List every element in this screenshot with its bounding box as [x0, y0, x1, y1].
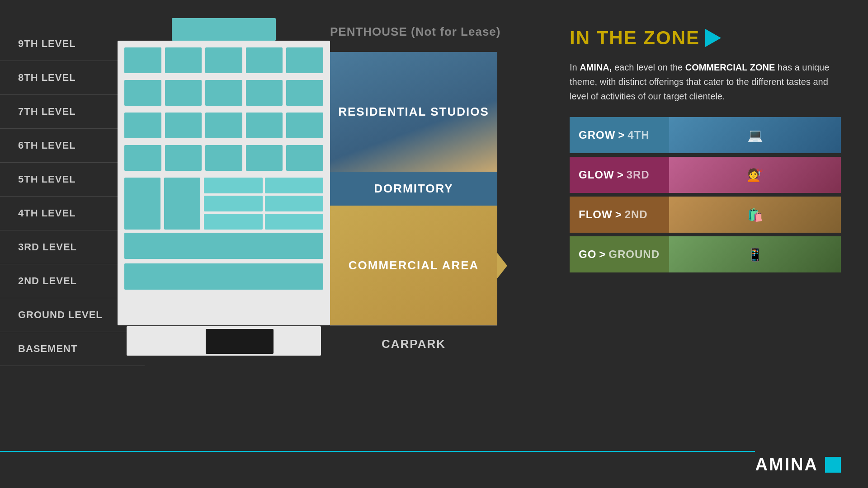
level-label-7th: 7TH LEVEL — [18, 106, 76, 117]
glow-name: GLOW — [579, 169, 614, 181]
penthouse-section: PENTHOUSE (Not for Lease) — [330, 25, 501, 39]
level-label-4th: 4TH LEVEL — [18, 207, 76, 219]
window — [165, 47, 202, 73]
window — [205, 145, 242, 171]
dormitory-label: DORMITORY — [374, 182, 453, 196]
carpark-zone-block: CARPARK — [330, 325, 497, 361]
window-4th-1 — [124, 178, 160, 230]
window-sm — [265, 196, 324, 211]
flow-arrow: > — [615, 208, 622, 221]
level-label-6th: 6TH LEVEL — [18, 140, 76, 151]
window — [205, 113, 242, 138]
window-sm — [204, 214, 263, 230]
in-the-zone-title: IN THE ZONE — [570, 27, 700, 49]
building-body — [118, 41, 330, 325]
go-arrow: > — [599, 248, 606, 261]
window — [246, 113, 283, 138]
building-penthouse-bar — [172, 18, 276, 41]
flow-card-image: 🛍️ — [669, 197, 841, 233]
window — [286, 145, 323, 171]
bottom-teal-line — [0, 451, 755, 452]
window-sm — [265, 214, 324, 230]
window-2nd-wide — [124, 233, 323, 259]
glow-arrow: > — [617, 169, 624, 181]
go-image-icon: 📱 — [747, 247, 763, 262]
level-label-basement: BASEMENT — [18, 343, 77, 355]
window-ground-wide — [124, 263, 323, 290]
window — [286, 113, 323, 138]
window — [124, 113, 161, 138]
residential-label: RESIDENTIAL STUDIOS — [338, 105, 489, 119]
grow-zone-card[interactable]: GROW > 4TH 💻 — [570, 117, 841, 153]
building-illustration — [118, 18, 330, 357]
commercial-zone-bold: COMMERCIAL ZONE — [685, 62, 775, 72]
commercial-zone-block: COMMERCIAL AREA — [330, 206, 497, 325]
amina-brand-text: AMINA — [755, 455, 818, 474]
go-level: GROUND — [609, 248, 660, 261]
commercial-label: COMMERCIAL AREA — [349, 258, 479, 272]
play-arrow-icon — [705, 29, 721, 47]
go-card-image: 📱 — [669, 236, 841, 272]
commercial-arrow-icon — [497, 253, 507, 278]
grow-card-image: 💻 — [669, 117, 841, 153]
glow-image-icon: 💇 — [747, 168, 763, 183]
amina-branding: AMINA — [755, 455, 841, 474]
window — [124, 80, 161, 106]
glow-level: 3RD — [627, 169, 650, 181]
zone-cards-container: GROW > 4TH 💻 GLOW > 3RD 💇 FLOW > — [570, 117, 841, 272]
flow-level: 2ND — [625, 208, 648, 221]
go-card-label: GO > GROUND — [570, 236, 669, 272]
glow-zone-card[interactable]: GLOW > 3RD 💇 — [570, 157, 841, 193]
window — [165, 113, 202, 138]
window-sm — [204, 178, 263, 193]
grow-level: 4TH — [627, 129, 649, 141]
flow-image-icon: 🛍️ — [747, 207, 763, 222]
residential-zone-block: RESIDENTIAL STUDIOS — [330, 52, 497, 172]
glow-card-label: GLOW > 3RD — [570, 157, 669, 193]
window — [205, 47, 242, 73]
window — [246, 145, 283, 171]
flow-card-label: FLOW > 2ND — [570, 197, 669, 233]
window — [286, 80, 323, 106]
brand-name-bold: AMINA, — [580, 62, 612, 72]
window — [124, 145, 161, 171]
grow-image-icon: 💻 — [747, 128, 763, 143]
penthouse-label: PENTHOUSE (Not for Lease) — [330, 25, 501, 38]
window — [246, 80, 283, 106]
info-panel: IN THE ZONE In AMINA, each level on the … — [570, 27, 841, 272]
carpark-label: CARPARK — [382, 337, 446, 351]
window — [165, 80, 202, 106]
in-the-zone-header: IN THE ZONE — [570, 27, 841, 49]
window — [205, 80, 242, 106]
window-sm — [265, 178, 324, 193]
basement-dark-window — [206, 329, 274, 354]
go-zone-card[interactable]: GO > GROUND 📱 — [570, 236, 841, 272]
description-text: In AMINA, each level on the COMMERCIAL Z… — [570, 60, 841, 103]
grow-card-label: GROW > 4TH — [570, 117, 669, 153]
level-label-5th: 5TH LEVEL — [18, 174, 76, 185]
dormitory-zone-block: DORMITORY — [330, 172, 497, 206]
window-4th-2 — [164, 178, 200, 230]
level-label-ground: GROUND LEVEL — [18, 309, 103, 321]
window-sm — [204, 196, 263, 211]
flow-zone-card[interactable]: FLOW > 2ND 🛍️ — [570, 197, 841, 233]
window — [246, 47, 283, 73]
grow-name: GROW — [579, 129, 615, 141]
window — [165, 145, 202, 171]
window — [124, 47, 161, 73]
level-label-2nd: 2ND LEVEL — [18, 275, 77, 287]
glow-card-image: 💇 — [669, 157, 841, 193]
level-label-8th: 8TH LEVEL — [18, 72, 76, 84]
grow-arrow: > — [618, 129, 625, 141]
level-label-3rd: 3RD LEVEL — [18, 241, 77, 253]
go-name: GO — [579, 248, 596, 261]
flow-name: FLOW — [579, 208, 613, 221]
level-label-9th: 9TH LEVEL — [18, 38, 76, 50]
amina-brand-square — [825, 457, 841, 473]
window — [286, 47, 323, 73]
